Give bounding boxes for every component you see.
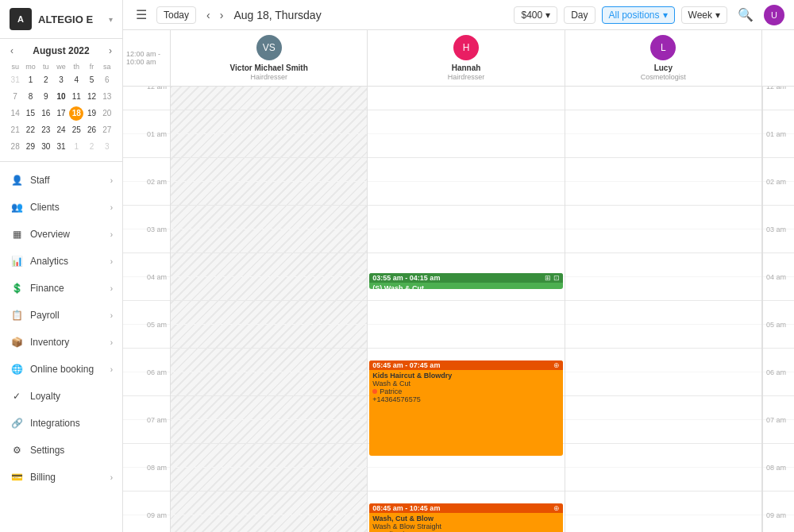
sidebar-item-payroll[interactable]: 📋 Payroll › — [0, 302, 122, 329]
grid-cell[interactable] — [171, 301, 367, 325]
calendar-event[interactable]: 05:45 am - 07:45 am⊕Kids Haircut & Blowd… — [369, 360, 562, 456]
cal-day[interactable]: 9 — [39, 90, 53, 104]
grid-cell[interactable] — [565, 277, 761, 301]
cal-day[interactable]: 6 — [100, 73, 114, 87]
grid-cell[interactable] — [565, 325, 761, 349]
sidebar-item-finance[interactable]: 💲 Finance › — [0, 275, 122, 302]
grid-cell[interactable] — [565, 87, 761, 110]
grid-cell[interactable] — [171, 468, 367, 492]
amount-button[interactable]: $400 ▾ — [514, 6, 557, 24]
next-date-button[interactable]: › — [216, 7, 228, 23]
grid-cell[interactable] — [368, 325, 564, 349]
cal-day[interactable]: 18 — [69, 106, 83, 121]
cal-day[interactable]: 1 — [69, 140, 83, 154]
calendar-event[interactable]: 03:55 am - 04:15 am⊞ ⊡(S) Wash & Cut — [369, 273, 562, 289]
cal-day[interactable]: 27 — [100, 123, 114, 137]
cal-day[interactable]: 29 — [23, 140, 37, 154]
grid-cell[interactable] — [565, 158, 761, 182]
cal-day[interactable]: 2 — [39, 73, 53, 87]
grid-cell[interactable] — [368, 301, 564, 325]
cal-day[interactable]: 15 — [23, 106, 37, 121]
cal-day[interactable]: 31 — [8, 73, 22, 87]
grid-cell[interactable] — [171, 182, 367, 206]
grid-cell[interactable] — [171, 444, 367, 468]
sidebar-item-inventory[interactable]: 📦 Inventory › — [0, 329, 122, 356]
grid-cell[interactable] — [565, 206, 761, 229]
prev-date-button[interactable]: ‹ — [202, 7, 214, 23]
sidebar-item-billing[interactable]: 💳 Billing › — [0, 464, 122, 491]
grid-cell[interactable] — [565, 420, 761, 444]
grid-cell[interactable] — [368, 134, 564, 158]
logo-area[interactable]: A ALTEGIO E ▾ — [0, 0, 122, 39]
sidebar-item-analytics[interactable]: 📊 Analytics › — [0, 248, 122, 275]
grid-cell[interactable] — [368, 229, 564, 253]
grid-cell[interactable] — [171, 253, 367, 277]
search-button[interactable]: 🔍 — [734, 6, 757, 24]
sidebar-item-integrations[interactable]: 🔗 Integrations — [0, 410, 122, 437]
grid-cell[interactable] — [171, 325, 367, 349]
grid-cell[interactable] — [171, 134, 367, 158]
grid-cell[interactable] — [368, 158, 564, 182]
sidebar-item-settings[interactable]: ⚙ Settings — [0, 437, 122, 464]
cal-day[interactable]: 26 — [85, 123, 99, 137]
grid-cell[interactable] — [171, 158, 367, 182]
cal-day[interactable]: 19 — [85, 106, 99, 121]
grid-cell[interactable] — [565, 468, 761, 492]
grid-cell[interactable] — [368, 182, 564, 206]
cal-day[interactable]: 7 — [8, 90, 22, 104]
sidebar-item-clients[interactable]: 👥 Clients › — [0, 194, 122, 221]
sidebar-item-staff[interactable]: 👤 Staff › — [0, 167, 122, 194]
cal-day[interactable]: 20 — [100, 106, 114, 121]
grid-cell[interactable] — [565, 515, 761, 532]
cal-day[interactable]: 28 — [8, 140, 22, 154]
grid-cell[interactable] — [171, 206, 367, 229]
cal-day[interactable]: 21 — [8, 123, 22, 137]
grid-cell[interactable] — [565, 253, 761, 277]
cal-day[interactable]: 4 — [69, 73, 83, 87]
grid-cell[interactable] — [565, 492, 761, 515]
cal-day[interactable]: 2 — [85, 140, 99, 154]
grid-cell[interactable] — [368, 87, 564, 110]
cal-day[interactable]: 8 — [23, 90, 37, 104]
positions-button[interactable]: All positions ▾ — [602, 6, 675, 24]
grid-cell[interactable] — [565, 301, 761, 325]
grid-cell[interactable] — [171, 396, 367, 420]
grid-cell[interactable] — [368, 110, 564, 134]
cal-day[interactable]: 11 — [69, 90, 83, 104]
day-view-button[interactable]: Day — [564, 6, 595, 24]
grid-cell[interactable] — [171, 349, 367, 372]
grid-cell[interactable] — [368, 468, 564, 492]
cal-day[interactable]: 3 — [54, 73, 68, 87]
grid-cell[interactable] — [171, 110, 367, 134]
cal-day[interactable]: 23 — [39, 123, 53, 137]
cal-day[interactable]: 1 — [23, 73, 37, 87]
grid-cell[interactable] — [171, 229, 367, 253]
cal-day[interactable]: 14 — [8, 106, 22, 121]
cal-day[interactable]: 24 — [54, 123, 68, 137]
cal-day[interactable]: 16 — [39, 106, 53, 121]
menu-button[interactable]: ☰ — [133, 6, 150, 24]
cal-prev-button[interactable]: ‹ — [8, 45, 16, 56]
cal-day[interactable]: 10 — [54, 90, 68, 104]
cal-day[interactable]: 13 — [100, 90, 114, 104]
grid-cell[interactable] — [565, 372, 761, 396]
calendar-event[interactable]: 08:45 am - 10:45 am⊕Wash, Cut & BlowWash… — [369, 503, 562, 532]
cal-day[interactable]: 12 — [85, 90, 99, 104]
grid-cell[interactable] — [565, 134, 761, 158]
cal-day[interactable]: 17 — [54, 106, 68, 121]
grid-cell[interactable] — [171, 492, 367, 515]
cal-next-button[interactable]: › — [106, 45, 114, 56]
today-button[interactable]: Today — [156, 6, 196, 24]
grid-cell[interactable] — [565, 229, 761, 253]
grid-cell[interactable] — [565, 349, 761, 372]
cal-day[interactable]: 25 — [69, 123, 83, 137]
grid-cell[interactable] — [171, 372, 367, 396]
grid-cell[interactable] — [171, 515, 367, 532]
grid-cell[interactable] — [565, 396, 761, 420]
sidebar-item-online-booking[interactable]: 🌐 Online booking › — [0, 356, 122, 383]
cal-day[interactable]: 30 — [39, 140, 53, 154]
cal-day[interactable]: 22 — [23, 123, 37, 137]
grid-cell[interactable] — [171, 87, 367, 110]
grid-cell[interactable] — [171, 420, 367, 444]
grid-cell[interactable] — [368, 206, 564, 229]
